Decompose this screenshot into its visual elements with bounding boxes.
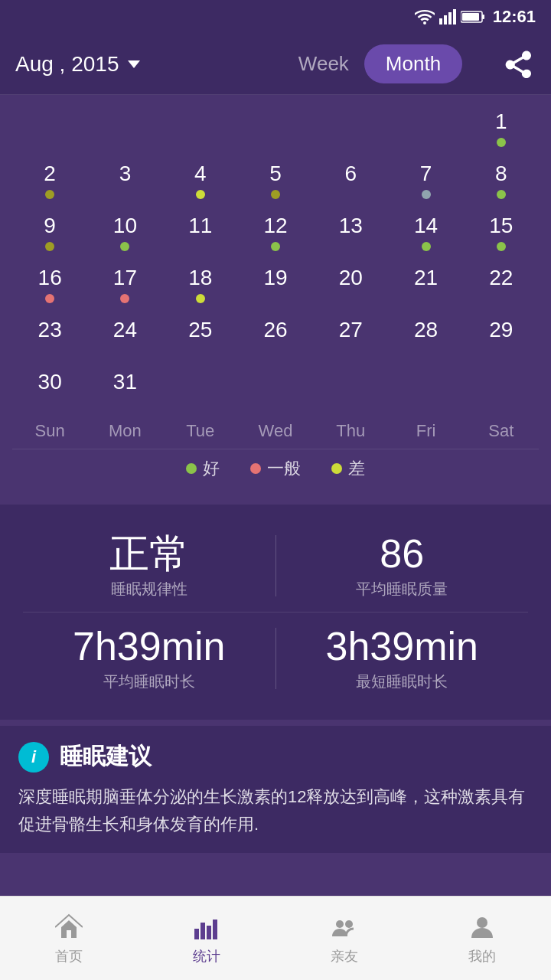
calendar-day[interactable]: 8	[464, 155, 539, 207]
stats-row-bottom: 7h39min 平均睡眠时长 3h39min 最短睡眠时长	[23, 612, 528, 704]
legend-label-good: 好	[203, 457, 220, 480]
stat-min-duration-value: 3h39min	[276, 625, 529, 668]
svg-rect-3	[453, 9, 456, 24]
calendar-day[interactable]: 16	[12, 259, 87, 311]
calendar-day[interactable]: 17	[87, 259, 162, 311]
stat-avg-duration-value: 7h39min	[23, 625, 276, 668]
day-label: Thu	[313, 418, 388, 449]
calendar-day[interactable]: 23	[12, 311, 87, 363]
bottom-nav: 首页 统计 亲友	[0, 896, 551, 980]
calendar-day[interactable]: 5	[238, 155, 313, 207]
cal-day-number: 5	[269, 161, 282, 187]
nav-label-friends: 亲友	[331, 947, 358, 965]
cal-day-dot	[497, 190, 506, 199]
calendar-day[interactable]: 14	[388, 207, 463, 259]
calendar-day[interactable]: 15	[464, 207, 539, 259]
nav-item-friends[interactable]: 亲友	[276, 912, 413, 965]
calendar-day[interactable]: 31	[87, 363, 162, 415]
date-selector[interactable]: Aug , 2015	[15, 52, 259, 77]
calendar-day[interactable]: 28	[388, 311, 463, 363]
cal-day-number: 28	[414, 317, 438, 343]
calendar-day	[388, 103, 463, 155]
cal-day-dot	[497, 242, 506, 251]
cal-day-number: 16	[38, 265, 62, 291]
calendar-day[interactable]: 27	[313, 311, 388, 363]
svg-rect-1	[444, 15, 447, 24]
calendar-day[interactable]: 1	[464, 103, 539, 155]
advice-info-icon: i	[18, 742, 49, 773]
stat-avg-duration: 7h39min 平均睡眠时长	[23, 625, 276, 692]
stat-min-duration: 3h39min 最短睡眠时长	[276, 625, 529, 692]
advice-title: 睡眠建议	[60, 741, 152, 773]
nav-item-profile[interactable]: 我的	[413, 912, 551, 965]
battery-icon	[461, 10, 485, 24]
nav-label-stats: 统计	[193, 947, 220, 965]
svg-rect-7	[194, 929, 199, 939]
calendar-legend: 好 一般 差	[12, 449, 539, 491]
cal-day-number: 24	[113, 317, 137, 343]
calendar-day[interactable]: 3	[87, 155, 162, 207]
calendar-day[interactable]: 4	[163, 155, 238, 207]
calendar-section: 1234567891011121314151617181920212223242…	[0, 95, 551, 498]
day-label: Tue	[163, 418, 238, 449]
date-dropdown-arrow[interactable]	[128, 60, 140, 68]
calendar-day[interactable]: 30	[12, 363, 87, 415]
cal-day-number: 20	[339, 265, 363, 291]
status-icons	[415, 9, 485, 24]
cal-day-dot	[45, 294, 54, 303]
nav-item-stats[interactable]: 统计	[138, 912, 276, 965]
view-tabs: Week Month	[259, 44, 502, 83]
tab-month[interactable]: Month	[364, 44, 462, 83]
calendar-day[interactable]: 10	[87, 207, 162, 259]
svg-rect-8	[201, 923, 205, 939]
cal-day-dot	[120, 294, 129, 303]
calendar-day[interactable]: 20	[313, 259, 388, 311]
share-button[interactable]	[502, 47, 536, 81]
app-header: Aug , 2015 Week Month	[0, 34, 551, 95]
calendar-day	[238, 103, 313, 155]
nav-label-home: 首页	[55, 947, 83, 965]
cal-day-number: 13	[339, 213, 363, 239]
day-label: Sat	[464, 418, 539, 449]
calendar-day[interactable]: 6	[313, 155, 388, 207]
calendar-day[interactable]: 2	[12, 155, 87, 207]
calendar-day[interactable]: 7	[388, 155, 463, 207]
svg-point-11	[336, 920, 344, 928]
wifi-icon	[415, 9, 435, 24]
calendar-day[interactable]: 13	[313, 207, 388, 259]
stats-section: 正常 睡眠规律性 86 平均睡眠质量 7h39min 平均睡眠时长 3h39mi…	[0, 505, 551, 720]
calendar-day[interactable]: 18	[163, 259, 238, 311]
stat-regularity-value: 正常	[23, 532, 276, 576]
cal-day-number: 17	[113, 265, 137, 291]
legend-label-poor: 差	[348, 457, 365, 480]
day-label: Fri	[388, 418, 463, 449]
svg-rect-10	[213, 920, 217, 939]
calendar-day[interactable]: 24	[87, 311, 162, 363]
calendar-day[interactable]: 9	[12, 207, 87, 259]
calendar-day[interactable]: 29	[464, 311, 539, 363]
calendar-day[interactable]: 21	[388, 259, 463, 311]
tab-week[interactable]: Week	[298, 52, 349, 76]
svg-point-13	[477, 917, 487, 928]
calendar-day[interactable]: 11	[163, 207, 238, 259]
advice-header: i 睡眠建议	[18, 741, 533, 773]
cal-day-dot	[271, 190, 280, 199]
cal-day-number: 3	[119, 161, 132, 187]
calendar-day[interactable]: 12	[238, 207, 313, 259]
calendar-day[interactable]: 25	[163, 311, 238, 363]
calendar-day[interactable]: 26	[238, 311, 313, 363]
calendar-day[interactable]: 22	[464, 259, 539, 311]
signal-icon	[439, 9, 456, 24]
nav-item-home[interactable]: 首页	[0, 912, 138, 965]
cal-day-number: 12	[263, 213, 287, 239]
nav-label-profile: 我的	[468, 947, 496, 965]
cal-day-number: 23	[38, 317, 62, 343]
cal-day-number: 30	[38, 369, 62, 395]
current-date: Aug , 2015	[15, 52, 119, 77]
cal-day-number: 29	[489, 317, 513, 343]
cal-day-dot	[196, 190, 205, 199]
calendar-day[interactable]: 19	[238, 259, 313, 311]
svg-rect-6	[462, 13, 479, 21]
stat-min-duration-label: 最短睡眠时长	[276, 671, 529, 692]
svg-rect-2	[448, 12, 452, 24]
